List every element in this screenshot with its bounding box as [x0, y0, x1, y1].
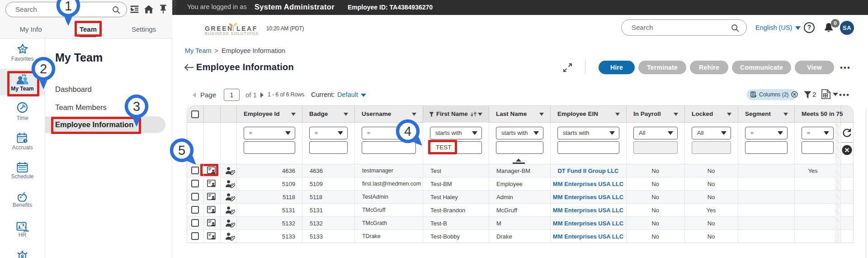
filter-clear-button[interactable]	[842, 145, 852, 157]
columns-chip[interactable]: Columns (2)	[747, 89, 797, 100]
pager-prev-button[interactable]	[192, 92, 196, 100]
filter-input-ein[interactable]	[557, 141, 619, 154]
page-number-input[interactable]: 1	[224, 89, 240, 101]
column-header-locked[interactable]: Locked	[684, 106, 738, 123]
board-icon-button[interactable]	[130, 5, 139, 15]
columns-icon	[750, 91, 757, 98]
row-checkbox[interactable]	[191, 180, 199, 187]
tab-my-info[interactable]: My Info	[13, 21, 49, 38]
employee-attach-button[interactable]	[225, 167, 235, 177]
employee-record-button[interactable]	[207, 232, 217, 243]
employee-record-button[interactable]	[207, 219, 217, 229]
employee-attach-button[interactable]	[225, 193, 235, 203]
filter-funnel-button[interactable]	[804, 91, 811, 100]
column-header-last_name[interactable]: Last Name	[489, 106, 550, 123]
expand-button[interactable]	[563, 63, 572, 74]
pin-icon-button[interactable]	[160, 5, 167, 15]
filter-op-ein[interactable]: starts with	[557, 127, 619, 139]
column-header-segment[interactable]: Segment	[738, 106, 794, 123]
filter-op-employee_id[interactable]: =	[244, 127, 295, 139]
cell-ein[interactable]: MM Enterprises USA LLC	[550, 191, 626, 204]
sort-arrows-icon[interactable]	[470, 111, 477, 119]
toolbar-more-button[interactable]: •••	[839, 91, 850, 100]
employee-attach-button[interactable]	[225, 219, 235, 229]
back-arrow-icon	[184, 64, 194, 71]
employee-attach-button[interactable]	[225, 206, 235, 216]
column-menu-caret[interactable]	[539, 113, 544, 116]
terminate-button[interactable]: Terminate	[638, 61, 686, 74]
language-selector[interactable]: English (US)	[755, 24, 801, 31]
employee-record-button[interactable]	[207, 206, 217, 216]
clear-columns-icon[interactable]	[791, 93, 798, 99]
header-search-icon[interactable]	[731, 24, 740, 34]
employee-attach-icon	[225, 219, 235, 228]
column-header-first_name[interactable]: First Name	[423, 106, 489, 123]
filter-op-meets[interactable]: =	[802, 127, 834, 139]
filter-op-last_name[interactable]: starts with	[496, 127, 543, 139]
filter-op-segment[interactable]: =	[745, 127, 788, 139]
column-menu-caret[interactable]	[727, 113, 731, 116]
column-menu-caret[interactable]	[344, 113, 348, 116]
hire-button[interactable]: Hire	[599, 61, 635, 74]
row-checkbox[interactable]	[191, 193, 199, 201]
view-button[interactable]: View	[795, 61, 834, 74]
cell-ein[interactable]: MM Enterprises USA LLC	[550, 217, 626, 230]
row-checkbox[interactable]	[191, 206, 199, 214]
column-menu-caret[interactable]	[674, 113, 678, 116]
menu-item-team-members[interactable]: Team Members	[55, 103, 107, 112]
employee-record-button[interactable]	[207, 193, 217, 203]
row-checkbox[interactable]	[191, 219, 199, 227]
column-menu-caret[interactable]	[478, 113, 482, 116]
filter-input-meets[interactable]	[802, 141, 834, 154]
filter-op-first_name[interactable]: starts with	[430, 127, 482, 139]
cell-ein[interactable]: MM Enterprises USA LLC	[550, 230, 626, 243]
cell-username: first.last@medmen.com	[362, 177, 421, 191]
tab-settings[interactable]: Settings	[127, 21, 161, 38]
cell-ein[interactable]: MM Enterprises USA LLC	[550, 177, 626, 191]
column-header-meets[interactable]: Meets 50 in 75	[794, 106, 840, 123]
cell-ein[interactable]: MM Enterprises USA LLC	[550, 204, 626, 217]
column-header-ein[interactable]: Employee EIN	[550, 106, 626, 123]
sidebar-search-icon[interactable]	[112, 5, 121, 16]
communicate-button[interactable]: Communicate	[732, 61, 791, 74]
filter-input-segment[interactable]	[745, 141, 788, 154]
filter-input-employee_id[interactable]	[244, 141, 295, 154]
filter-input-last_name[interactable]	[496, 141, 543, 154]
rehire-button[interactable]: Rehire	[690, 61, 728, 74]
home-icon-button[interactable]	[144, 5, 153, 15]
filter-op-badge[interactable]: =	[309, 127, 348, 139]
export-caret-icon[interactable]	[833, 93, 838, 96]
cell-ein[interactable]: DT Fund II Group LLC	[550, 164, 626, 177]
back-arrow-button[interactable]	[184, 64, 194, 73]
board-icon	[130, 5, 139, 14]
employee-attach-button[interactable]	[225, 180, 235, 190]
sidebar-item-time[interactable]	[0, 102, 45, 115]
grid-scroll-strip[interactable]	[835, 123, 840, 243]
breadcrumb-my-team[interactable]: My Team	[185, 47, 212, 54]
header-search-input[interactable]: Search	[621, 19, 747, 36]
column-header-employee_id[interactable]: Employee Id	[236, 106, 302, 123]
filter-refresh-button[interactable]	[842, 128, 852, 140]
column-menu-caret[interactable]	[615, 113, 620, 116]
avatar[interactable]: SA	[840, 21, 854, 35]
filter-op-in_payroll[interactable]: All	[633, 127, 678, 139]
employee-attach-button[interactable]	[225, 232, 235, 243]
employee-record-button[interactable]	[207, 180, 217, 190]
sidebar-item-accruals[interactable]	[0, 133, 45, 146]
pager-next-button[interactable]	[260, 92, 264, 100]
column-menu-caret[interactable]	[783, 113, 788, 116]
title-more-button[interactable]: •••	[840, 63, 851, 72]
column-header-in_payroll[interactable]: In Payroll	[626, 106, 684, 123]
sidebar-item-schedule[interactable]	[0, 162, 45, 175]
current-view-selector[interactable]: Default	[337, 91, 366, 98]
help-button[interactable]: ?	[804, 22, 815, 33]
select-caret-icon	[721, 131, 726, 135]
filter-op-locked[interactable]: All	[692, 127, 731, 139]
export-button[interactable]	[821, 89, 830, 101]
select-all-checkbox[interactable]	[191, 110, 199, 118]
row-checkbox[interactable]	[191, 232, 199, 240]
column-menu-caret[interactable]	[291, 113, 296, 116]
column-header-badge[interactable]: Badge	[302, 106, 354, 123]
sidebar-item-org[interactable]	[0, 250, 45, 258]
filter-input-badge[interactable]	[309, 141, 348, 154]
